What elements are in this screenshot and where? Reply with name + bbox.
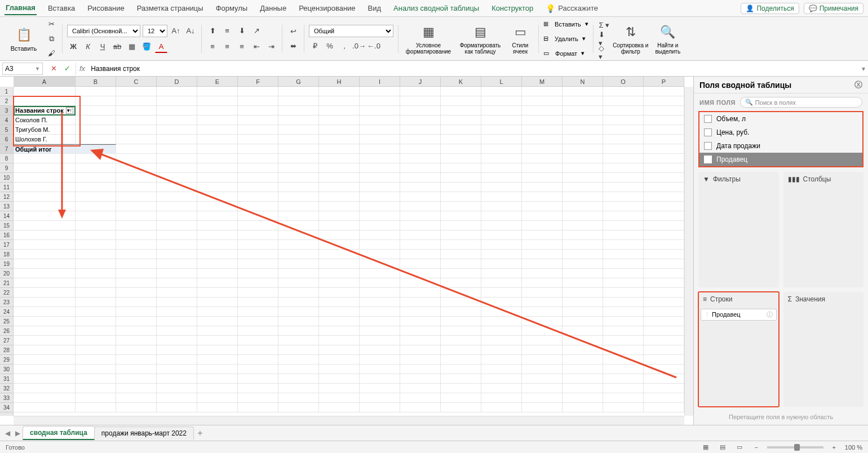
cell[interactable] xyxy=(238,116,278,125)
cell[interactable] xyxy=(116,192,157,202)
cell[interactable] xyxy=(197,125,238,135)
fx-label[interactable]: fx xyxy=(76,64,88,73)
align-middle-button[interactable]: ≡ xyxy=(221,25,233,37)
align-left-button[interactable]: ≡ xyxy=(206,41,219,53)
cell[interactable] xyxy=(360,278,400,288)
cell[interactable] xyxy=(360,307,400,317)
orientation-button[interactable]: ↗ xyxy=(250,25,263,37)
cell[interactable] xyxy=(278,278,319,288)
cell[interactable] xyxy=(400,240,441,250)
cell[interactable] xyxy=(238,144,278,154)
row-header[interactable]: 26 xyxy=(0,326,13,336)
row-header[interactable]: 25 xyxy=(0,317,13,326)
cell[interactable] xyxy=(197,221,238,230)
cell[interactable] xyxy=(360,192,400,202)
checkbox[interactable] xyxy=(704,115,712,123)
cell[interactable] xyxy=(157,135,197,144)
cell[interactable] xyxy=(481,317,522,326)
cell[interactable] xyxy=(644,144,684,154)
row-header[interactable]: 24 xyxy=(0,307,13,317)
cell[interactable] xyxy=(278,202,319,211)
cell[interactable] xyxy=(522,403,563,412)
row-header[interactable]: 8 xyxy=(0,154,13,163)
cell[interactable] xyxy=(157,183,197,192)
cell[interactable] xyxy=(360,230,400,240)
cell[interactable] xyxy=(116,269,157,278)
cell[interactable] xyxy=(603,154,644,163)
cell[interactable] xyxy=(360,96,400,106)
cell[interactable] xyxy=(197,365,238,374)
merge-button[interactable]: ⬌ xyxy=(287,40,299,52)
cell[interactable] xyxy=(319,173,360,183)
cell[interactable] xyxy=(441,154,481,163)
cell[interactable] xyxy=(197,135,238,144)
cell[interactable] xyxy=(319,202,360,211)
cell[interactable] xyxy=(563,154,603,163)
cell[interactable] xyxy=(197,250,238,259)
cell[interactable] xyxy=(157,355,197,365)
cell[interactable] xyxy=(278,221,319,230)
cell[interactable] xyxy=(76,154,116,163)
conditional-format-button[interactable]: ▦ Условное форматирование xyxy=(403,23,454,55)
cell[interactable] xyxy=(563,307,603,317)
cell[interactable] xyxy=(603,345,644,355)
cell[interactable] xyxy=(238,135,278,144)
column-header[interactable]: N xyxy=(563,77,603,86)
cell[interactable] xyxy=(157,336,197,345)
rows-area[interactable]: ≡Строки ⋮ Продавец ⓘ xyxy=(698,292,779,407)
cell[interactable] xyxy=(441,250,481,259)
row-header[interactable]: 17 xyxy=(0,240,13,250)
increase-decimal-button[interactable]: .0→ xyxy=(353,40,365,52)
pivot-field-item[interactable]: Цена, руб. xyxy=(699,126,862,139)
cell[interactable] xyxy=(644,135,684,144)
cell[interactable] xyxy=(563,221,603,230)
cell[interactable] xyxy=(14,326,76,336)
cell[interactable] xyxy=(278,173,319,183)
row-headers[interactable]: 1234567891011121314151617181920212223242… xyxy=(0,87,14,416)
cell[interactable] xyxy=(14,307,76,317)
insert-cells-button[interactable]: ⊞ Вставить ▾ xyxy=(543,17,588,31)
comma-button[interactable]: , xyxy=(338,40,351,52)
cell[interactable] xyxy=(644,259,684,269)
cell[interactable] xyxy=(76,250,116,259)
cell[interactable] xyxy=(522,259,563,269)
decrease-indent-button[interactable]: ⇤ xyxy=(250,41,263,53)
sort-filter-button[interactable]: ⇅ Сортировка и фильтр xyxy=(613,23,649,55)
cell[interactable] xyxy=(197,374,238,384)
cell[interactable] xyxy=(278,96,319,106)
cell[interactable] xyxy=(603,125,644,135)
tab-data[interactable]: Данные xyxy=(259,2,287,15)
cell[interactable] xyxy=(76,192,116,202)
cell[interactable] xyxy=(400,317,441,326)
cell[interactable] xyxy=(563,116,603,125)
cell[interactable] xyxy=(481,336,522,345)
cell[interactable] xyxy=(76,144,116,154)
cell[interactable] xyxy=(603,374,644,384)
cell[interactable] xyxy=(197,211,238,221)
columns-area[interactable]: ▮▮▮Столбцы xyxy=(783,172,864,287)
cell[interactable] xyxy=(603,317,644,326)
cell[interactable] xyxy=(157,278,197,288)
cell[interactable] xyxy=(603,365,644,374)
cell[interactable] xyxy=(116,365,157,374)
cell[interactable] xyxy=(76,87,116,96)
cell[interactable] xyxy=(278,135,319,144)
cell[interactable] xyxy=(197,307,238,317)
cell[interactable] xyxy=(157,202,197,211)
tab-pivot-analyze[interactable]: Анализ сводной таблицы xyxy=(392,2,480,15)
cell[interactable] xyxy=(563,297,603,307)
cell[interactable] xyxy=(14,192,76,202)
cell[interactable] xyxy=(197,393,238,403)
cut-button[interactable]: ✂ xyxy=(45,18,57,30)
cell[interactable] xyxy=(197,173,238,183)
cell[interactable] xyxy=(238,240,278,250)
column-header[interactable]: P xyxy=(644,77,684,86)
cell[interactable] xyxy=(76,125,116,135)
cell[interactable] xyxy=(400,259,441,269)
cell[interactable] xyxy=(400,230,441,240)
cell[interactable] xyxy=(441,326,481,336)
cell[interactable] xyxy=(76,106,116,116)
strike-button[interactable]: ab xyxy=(111,41,123,53)
cell[interactable] xyxy=(197,96,238,106)
cell[interactable] xyxy=(441,345,481,355)
